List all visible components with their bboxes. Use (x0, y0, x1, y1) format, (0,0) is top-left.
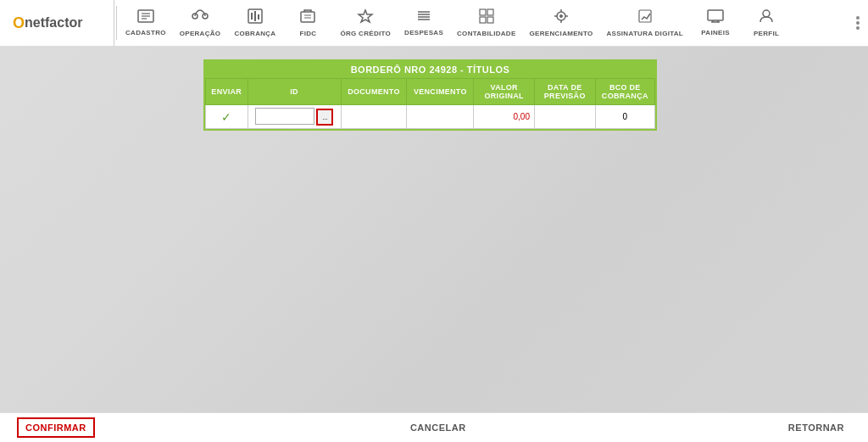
settings-menu[interactable] (852, 16, 864, 30)
assinatura-digital-label: ASSINATURA DIGITAL (606, 30, 683, 37)
cadastro-label: CADASTRO (125, 29, 166, 36)
assinatura-digital-icon (637, 8, 653, 28)
cobranca-label: COBRANÇA (234, 30, 275, 37)
confirmar-button[interactable]: CONFIRMAR (17, 417, 95, 438)
fidc-label: FIDC (300, 30, 317, 37)
col-header-vencimento: VENCIMENTO (407, 79, 474, 105)
browse-button[interactable]: ... (316, 109, 333, 126)
contabilidade-icon (479, 8, 494, 28)
cell-bco-cobranca: 0 (595, 105, 654, 129)
nav-item-contabilidade[interactable]: CONTABILIDADE (450, 0, 523, 47)
operacao-icon (192, 8, 209, 28)
cell-id: ... (248, 105, 341, 129)
col-header-documento: DOCUMENTO (341, 79, 407, 105)
svg-point-23 (559, 14, 563, 18)
cadastro-icon (137, 9, 154, 27)
cell-documento (341, 105, 407, 129)
svg-rect-18 (480, 9, 486, 15)
navbar: O net factor CADASTRO OPERAÇÃO COBRANÇA … (0, 0, 868, 47)
svg-rect-20 (480, 17, 486, 23)
nav-item-despesas[interactable]: DESPESAS (398, 0, 450, 47)
nav-item-operacao[interactable]: OPERAÇÃO (173, 0, 228, 47)
nav-item-paineis[interactable]: PAINEIS (690, 0, 741, 47)
table-title: BORDERÔ NRO 24928 - TÍTULOS (205, 61, 655, 78)
settings-dots-icon (856, 16, 860, 30)
cell-vencimento (407, 105, 474, 129)
gerenciamento-label: GERENCIAMENTO (530, 30, 593, 37)
nav-item-perfil[interactable]: PERFIL (741, 0, 792, 47)
svg-rect-29 (708, 10, 723, 20)
check-icon: ✓ (221, 110, 231, 124)
svg-point-33 (763, 10, 770, 17)
table-row: ✓ ... 0,00 0 (206, 105, 655, 129)
despesas-label: DESPESAS (404, 29, 443, 36)
col-header-data-previsao: DATA DE PREVISÃO (535, 79, 596, 105)
cancelar-button[interactable]: CANCELAR (403, 419, 473, 436)
cell-valor-original: 0,00 (474, 105, 535, 129)
paineis-icon (707, 9, 724, 27)
despesas-icon (416, 9, 431, 27)
gerenciamento-icon (553, 8, 570, 28)
perfil-label: PERFIL (754, 30, 779, 37)
logo-factor: factor (45, 15, 82, 31)
titulos-table: ENVIAR ID DOCUMENTO VENCIMENTO VALOR ORI… (205, 78, 655, 129)
svg-marker-13 (359, 10, 372, 22)
paineis-label: PAINEIS (701, 29, 730, 36)
nav-item-fidc[interactable]: FIDC (282, 0, 333, 47)
svg-rect-21 (487, 17, 493, 23)
svg-rect-19 (487, 9, 493, 15)
col-header-bco-cobranca: BCO DE COBRANÇA (595, 79, 654, 105)
nav-item-org-credito[interactable]: ÓRG CRÉDITO (333, 0, 398, 47)
cell-enviar: ✓ (206, 105, 248, 129)
bordero-table-container: BORDERÔ NRO 24928 - TÍTULOS ENVIAR ID DO… (203, 59, 657, 131)
org-credito-label: ÓRG CRÉDITO (340, 30, 391, 37)
col-header-enviar: ENVIAR (206, 79, 248, 105)
cell-data-previsao (535, 105, 596, 129)
nav-item-gerenciamento[interactable]: GERENCIAMENTO (523, 0, 600, 47)
logo-o: O (13, 14, 25, 32)
retornar-button[interactable]: RETORNAR (782, 419, 851, 436)
col-header-id: ID (248, 79, 341, 105)
logo: O net factor (4, 0, 114, 47)
col-header-valor-original: VALOR ORIGINAL (474, 79, 535, 105)
perfil-icon (759, 8, 774, 28)
cobranca-icon (248, 8, 263, 28)
table-header-row: ENVIAR ID DOCUMENTO VENCIMENTO VALOR ORI… (206, 79, 655, 105)
operacao-label: OPERAÇÃO (180, 30, 221, 37)
org-credito-icon (357, 8, 374, 28)
contabilidade-label: CONTABILIDADE (457, 30, 516, 37)
logo-net: net (25, 15, 45, 31)
fidc-icon (300, 8, 315, 28)
bottom-bar: CONFIRMAR CANCELAR RETORNAR (0, 412, 868, 442)
nav-item-assinatura-digital[interactable]: ASSINATURA DIGITAL (599, 0, 690, 47)
id-input[interactable] (255, 108, 314, 125)
main-content: BORDERÔ NRO 24928 - TÍTULOS ENVIAR ID DO… (0, 47, 868, 131)
nav-item-cadastro[interactable]: CADASTRO (119, 0, 173, 47)
nav-divider-1 (116, 6, 117, 40)
nav-item-cobranca[interactable]: COBRANÇA (227, 0, 282, 47)
svg-rect-10 (301, 12, 314, 22)
